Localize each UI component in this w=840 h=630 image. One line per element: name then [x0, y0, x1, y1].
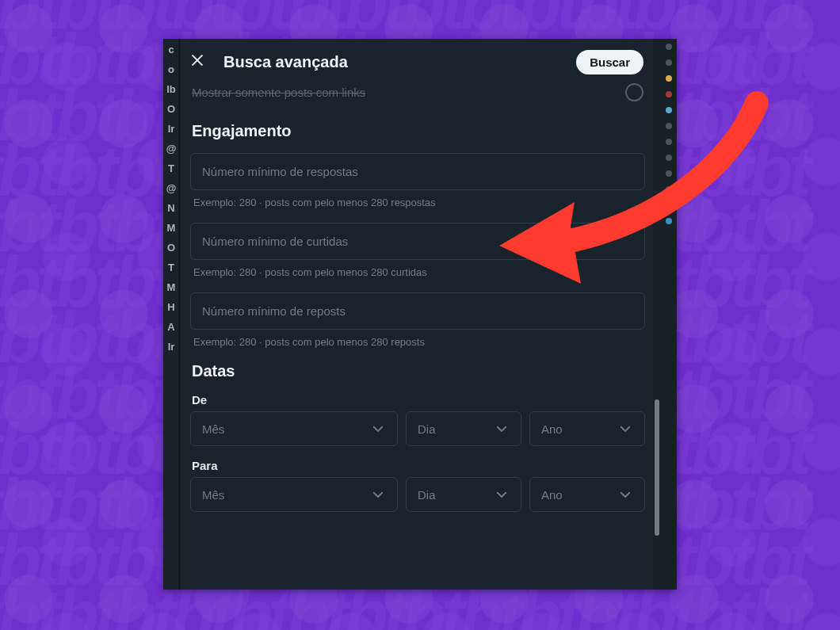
scrollbar-thumb[interactable]: [655, 399, 659, 536]
bg-dot: [666, 155, 672, 161]
min-reposts-placeholder: Número mínimo de reposts: [202, 304, 633, 318]
chevron-down-icon: [370, 421, 386, 437]
modal-scroll-area[interactable]: Mostrar somente posts com links Engajame…: [179, 83, 653, 590]
background-app-right-edge: [660, 39, 677, 590]
date-from-label: De: [192, 393, 645, 407]
to-month-label: Mês: [202, 488, 224, 502]
close-icon: [189, 52, 205, 71]
bg-dot: [666, 202, 672, 208]
engagement-section-title: Engajamento: [192, 122, 645, 140]
bg-char: lb: [166, 83, 176, 95]
from-year-select[interactable]: Ano: [529, 411, 645, 446]
bg-char: o: [168, 63, 174, 75]
from-month-select[interactable]: Mês: [190, 411, 398, 446]
chevron-down-icon: [494, 487, 510, 502]
min-replies-field[interactable]: Número mínimo de respostas: [190, 153, 645, 190]
bg-char: M: [167, 281, 176, 293]
to-day-select[interactable]: Dia: [406, 477, 521, 512]
chevron-down-icon: [370, 487, 386, 502]
min-reposts-hint: Exemplo: 280 · posts com pelo menos 280 …: [193, 336, 645, 348]
chevron-down-icon: [494, 421, 510, 437]
bg-char: O: [167, 242, 175, 254]
advanced-search-modal: Busca avançada Buscar Mostrar somente po…: [179, 39, 653, 590]
previous-filter-row[interactable]: Mostrar somente posts com links: [190, 83, 645, 109]
to-year-label: Ano: [541, 488, 563, 502]
from-day-label: Dia: [418, 422, 436, 436]
bg-dot: [666, 91, 672, 97]
bg-dot: [666, 59, 672, 66]
dates-section-title: Datas: [192, 362, 645, 380]
bg-char: Ir: [168, 341, 175, 353]
date-from-row: Mês Dia Ano: [190, 411, 645, 446]
bg-char: Ir: [168, 123, 175, 135]
bg-char: @: [166, 143, 177, 155]
min-replies-placeholder: Número mínimo de respostas: [202, 165, 633, 178]
bg-char: A: [167, 321, 174, 333]
bg-char: @: [166, 182, 177, 194]
bg-char: M: [167, 222, 176, 234]
chevron-down-icon: [617, 421, 633, 437]
to-day-label: Dia: [418, 488, 436, 502]
date-to-row: Mês Dia Ano: [190, 477, 645, 512]
modal-title: Busca avançada: [223, 53, 563, 71]
bg-dot: [666, 123, 672, 129]
background-app-left-edge: c o lb O Ir @ T @ N M O T M H A Ir: [163, 39, 180, 590]
date-to-label: Para: [192, 459, 645, 472]
previous-filter-label: Mostrar somente posts com links: [192, 86, 365, 99]
min-likes-field[interactable]: Número mínimo de curtidas: [190, 223, 645, 260]
min-replies-hint: Exemplo: 280 · posts com pelo menos 280 …: [193, 197, 645, 208]
to-month-select[interactable]: Mês: [190, 477, 398, 512]
bg-char: T: [168, 262, 174, 273]
bg-char: c: [168, 44, 174, 55]
min-likes-hint: Exemplo: 280 · posts com pelo menos 280 …: [193, 266, 645, 278]
to-year-select[interactable]: Ano: [529, 477, 645, 512]
min-reposts-field[interactable]: Número mínimo de reposts: [190, 292, 645, 330]
from-day-select[interactable]: Dia: [406, 411, 521, 446]
from-month-label: Mês: [202, 422, 224, 436]
bg-dot: [666, 44, 672, 50]
bg-char: H: [167, 301, 174, 313]
bg-dot: [666, 170, 672, 177]
min-likes-placeholder: Número mínimo de curtidas: [202, 235, 633, 248]
bg-dot: [666, 139, 672, 145]
search-button[interactable]: Buscar: [576, 50, 643, 74]
screenshot-container: c o lb O Ir @ T @ N M O T M H A Ir: [163, 39, 677, 590]
bg-dot: [666, 186, 672, 193]
bg-dot: [666, 218, 672, 224]
from-year-label: Ano: [541, 422, 563, 436]
bg-char: T: [168, 162, 174, 174]
close-button[interactable]: [184, 48, 211, 75]
bg-char: O: [167, 103, 175, 115]
modal-header: Busca avançada Buscar: [179, 39, 653, 83]
bg-char: N: [167, 202, 174, 214]
chevron-down-icon: [617, 487, 633, 502]
bg-dot: [666, 107, 672, 113]
bg-dot: [666, 75, 672, 82]
previous-filter-radio[interactable]: [625, 83, 643, 101]
